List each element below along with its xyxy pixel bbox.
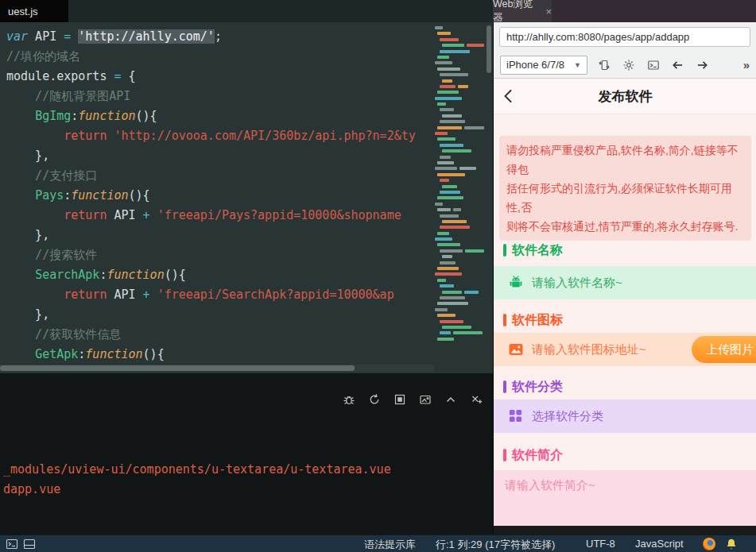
app-category-placeholder: 选择软件分类 — [532, 409, 603, 424]
rotate-device-icon[interactable] — [596, 57, 612, 73]
page-bottom-strip — [494, 526, 756, 535]
device-selector[interactable]: iPhone 6/7/8 ▼ — [500, 56, 587, 75]
section-header-app-category: 软件分类 — [503, 379, 756, 395]
section-label: 软件图标 — [512, 312, 563, 329]
stop-icon[interactable] — [393, 392, 406, 406]
vertical-scrollbar-thumb[interactable] — [487, 25, 491, 73]
url-input[interactable]: http://ahlly.com:8080/pages/app/addapp — [499, 27, 750, 47]
app-category-select[interactable]: 选择软件分类 — [494, 400, 756, 433]
warning-notice: 请勿投稿严重侵权产品,软件名称,简介,链接等不得包 括任何形式的引流行为,必须保… — [499, 136, 751, 241]
section-header-app-intro: 软件简介 — [503, 447, 756, 463]
chevron-down-icon: ▼ — [574, 61, 581, 69]
android-icon — [508, 275, 524, 291]
encoding-status[interactable]: UTF-8 — [586, 538, 615, 550]
bell-icon[interactable] — [725, 538, 738, 550]
app-intro-textarea[interactable]: 请输入软件简介~ — [494, 470, 756, 535]
section-header-app-name: 软件名称 — [503, 242, 756, 258]
page-title: 发布软件 — [599, 87, 653, 106]
back-chevron-icon[interactable] — [500, 87, 518, 105]
device-selector-value: iPhone 6/7/8 — [506, 59, 564, 71]
horizontal-scrollbar[interactable] — [0, 365, 434, 372]
language-mode-status[interactable]: JavaScript — [635, 538, 684, 550]
syntax-library-status[interactable]: 语法提示库 — [364, 538, 416, 552]
hbuilderx-window: uest.js Web浏览器 × var API = 'http://ahlly… — [0, 0, 756, 552]
console-toolbar — [342, 392, 483, 406]
section-header-app-icon: 软件图标 — [503, 312, 756, 328]
horizontal-scrollbar-thumb[interactable] — [0, 365, 355, 371]
forward-arrow-icon[interactable] — [695, 57, 711, 73]
upload-image-button[interactable]: 上传图片 — [692, 336, 756, 363]
mobile-page: 发布软件 请勿投稿严重侵权产品,软件名称,简介,链接等不得包 括任何形式的引流行… — [494, 79, 756, 535]
url-bar: http://ahlly.com:8080/pages/app/addapp — [494, 22, 756, 52]
code-lines[interactable]: var API = 'http://ahlly.com/';//填你的域名mod… — [6, 27, 434, 369]
more-tools-button[interactable]: » — [743, 58, 750, 71]
app-intro-placeholder: 请输入软件简介~ — [505, 478, 595, 492]
section-bar — [503, 449, 506, 461]
console-output-line: _modules/uview-ui/components/u-textarea/… — [3, 462, 391, 477]
gear-icon[interactable] — [621, 57, 637, 73]
titlebar-right — [552, 0, 756, 22]
section-bar — [503, 244, 506, 257]
section-label: 软件简介 — [512, 447, 563, 464]
back-arrow-icon[interactable] — [670, 57, 686, 73]
app-name-placeholder: 请输入软件名称~ — [532, 276, 622, 291]
app-icon-input[interactable]: 请输入软件图标地址~ 上传图片 — [494, 333, 756, 366]
browser-toolbar: iPhone 6/7/8 ▼ » — [494, 52, 756, 79]
panel-layout-icon[interactable] — [23, 538, 36, 550]
console-output-line: dapp.vue — [3, 482, 60, 496]
close-icon[interactable]: × — [545, 6, 552, 17]
tab-web-browser-label: Web浏览器 — [493, 0, 540, 25]
page-navbar: 发布软件 — [494, 79, 756, 114]
app-name-input[interactable]: 请输入软件名称~ — [494, 266, 756, 299]
section-label: 软件名称 — [512, 242, 563, 259]
tab-bar-spacer — [68, 0, 493, 22]
section-bar — [503, 380, 506, 393]
clear-console-icon[interactable] — [469, 392, 483, 406]
console-panel: _modules/uview-ui/components/u-textarea/… — [0, 373, 493, 535]
code-editor: var API = 'http://ahlly.com/';//填你的域名mod… — [0, 22, 493, 373]
section-bar — [503, 314, 506, 326]
minimap[interactable] — [435, 26, 484, 363]
warning-line: 请勿投稿严重侵权产品,软件名称,简介,链接等不得包 — [506, 141, 744, 179]
top-tab-bar: uest.js Web浏览器 × — [0, 0, 756, 22]
cursor-position-status[interactable]: 行:1 列:29 (17字符被选择) — [436, 538, 555, 552]
restart-icon[interactable] — [367, 392, 381, 406]
snapshot-icon[interactable] — [418, 392, 432, 406]
status-bar: 语法提示库 行:1 列:29 (17字符被选择) UTF-8 JavaScrip… — [0, 535, 756, 552]
terminal-icon[interactable] — [6, 538, 18, 550]
section-label: 软件分类 — [512, 379, 563, 396]
tab-web-browser[interactable]: Web浏览器 × — [493, 0, 552, 22]
grid-icon — [508, 408, 524, 424]
devtools-console-icon[interactable] — [646, 57, 661, 73]
warning-line: 则将不会审核通过,情节严重的,将永久封存账号. — [506, 217, 744, 236]
browser-panel: http://ahlly.com:8080/pages/app/addapp i… — [493, 22, 756, 535]
collapse-panel-icon[interactable] — [444, 392, 457, 406]
image-icon — [508, 342, 524, 357]
vertical-scrollbar[interactable] — [487, 25, 491, 367]
firefox-icon[interactable] — [703, 538, 715, 550]
app-icon-placeholder: 请输入软件图标地址~ — [532, 342, 646, 357]
warning-line: 括任何形式的引流行为,必须保证软件长期可用性,否 — [506, 179, 744, 217]
tab-editor-file[interactable]: uest.js — [0, 0, 68, 22]
debug-bug-icon[interactable] — [342, 392, 355, 406]
